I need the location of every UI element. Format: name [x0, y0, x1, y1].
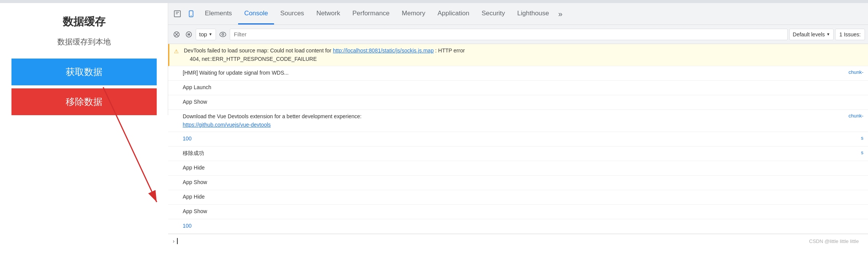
console-row-remove-success: 移除成功 s	[168, 147, 868, 161]
app-subtitle: 数据缓存到本地	[57, 37, 111, 47]
console-row-app-show-1: App Show	[168, 95, 868, 110]
app-title: 数据缓存	[63, 15, 105, 29]
console-right-source-vue[interactable]: chunk-	[849, 112, 863, 120]
tab-elements[interactable]: Elements	[199, 3, 238, 24]
pause-icon[interactable]	[183, 29, 194, 40]
svg-rect-8	[189, 33, 190, 36]
console-row-hmr: [HMR] Waiting for update signal from WDS…	[168, 66, 868, 81]
console-right-s[interactable]: s	[861, 134, 864, 142]
issues-badge[interactable]: 1 Issues:	[835, 29, 865, 40]
console-right-source[interactable]: chunk-	[849, 68, 863, 77]
console-row-app-launch: App Launch	[168, 81, 868, 95]
eye-icon[interactable]	[217, 29, 228, 40]
more-tabs-button[interactable]: »	[555, 3, 566, 24]
svg-rect-7	[188, 33, 189, 36]
mobile-icon[interactable]	[185, 8, 197, 20]
console-prompt-icon: ›	[173, 238, 175, 244]
console-row-app-hide-2: App Hide	[168, 190, 868, 205]
devtools-toolbar: top ▼ Default levels ▼ 1 Issues:	[168, 25, 868, 44]
remove-data-button[interactable]: 移除数据	[11, 88, 157, 115]
console-right-s2[interactable]: s	[861, 149, 864, 157]
console-row-app-show-2: App Show	[168, 176, 868, 190]
inspect-icon[interactable]	[171, 8, 183, 20]
console-output: ⚠ DevTools failed to load source map: Co…	[168, 44, 868, 269]
console-row-100-first: 100 s	[168, 132, 868, 147]
devtools-tabs-bar: Elements Console Sources Network Perform…	[168, 3, 868, 25]
console-row-app-hide-1: App Hide	[168, 161, 868, 176]
console-row-100-last: 100	[168, 219, 868, 234]
clear-console-icon[interactable]	[171, 29, 182, 40]
get-data-button[interactable]: 获取数据	[11, 59, 157, 85]
chevron-down-icon: ▼	[826, 32, 830, 36]
console-row-warning: ⚠ DevTools failed to load source map: Co…	[168, 44, 868, 66]
tab-memory[interactable]: Memory	[396, 3, 431, 24]
devtools-panel: Elements Console Sources Network Perform…	[168, 3, 868, 269]
default-levels-dropdown[interactable]: Default levels ▼	[789, 29, 834, 40]
chevron-down-icon: ▼	[209, 32, 213, 36]
svg-point-6	[186, 32, 191, 37]
attribution: CSDN @little little little	[178, 238, 863, 244]
warning-icon: ⚠	[174, 47, 182, 55]
left-panel: 数据缓存 数据缓存到本地 获取数据 移除数据	[0, 3, 168, 115]
filter-input[interactable]	[230, 29, 788, 40]
svg-point-10	[222, 33, 224, 35]
svg-point-4	[191, 15, 191, 16]
tab-network[interactable]: Network	[310, 3, 346, 24]
console-input-row: › CSDN @little little little	[168, 234, 868, 248]
context-selector[interactable]: top ▼	[196, 29, 216, 40]
left-panel-wrapper: 数据缓存 数据缓存到本地 获取数据 移除数据	[0, 3, 168, 269]
tab-console[interactable]: Console	[238, 3, 274, 24]
tab-application[interactable]: Application	[432, 3, 475, 24]
svg-point-9	[220, 32, 226, 37]
tab-lighthouse[interactable]: Lighthouse	[511, 3, 555, 24]
tab-sources[interactable]: Sources	[274, 3, 310, 24]
source-map-link[interactable]: http://localhost:8081/static/js/sockjs.j…	[333, 47, 434, 54]
console-row-vue-devtools: Download the Vue Devtools extension for …	[168, 110, 868, 132]
main-area: 数据缓存 数据缓存到本地 获取数据 移除数据	[0, 3, 868, 269]
vue-devtools-link[interactable]: https://github.com/vuejs/vue-devtools	[183, 122, 271, 128]
console-row-app-show-3: App Show	[168, 205, 868, 219]
tab-performance[interactable]: Performance	[346, 3, 396, 24]
browser-top-bar	[0, 0, 868, 3]
tab-security[interactable]: Security	[475, 3, 511, 24]
